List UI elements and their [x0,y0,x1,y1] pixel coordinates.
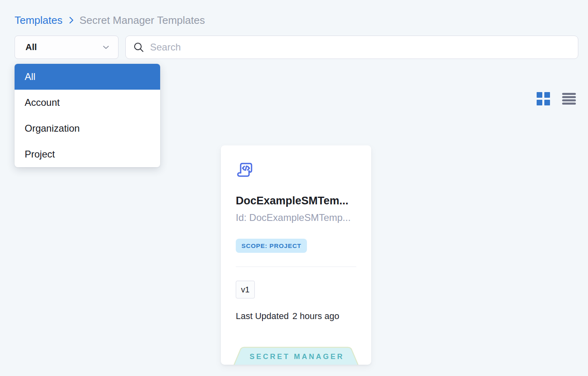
template-card[interactable]: DocExampleSMTem... Id: DocExampleSMTemp.… [221,145,371,365]
scope-option-account[interactable]: Account [15,90,160,116]
grid-view-icon[interactable] [537,92,550,105]
scope-badge: SCOPE: PROJECT [236,239,307,253]
scope-filter-selected-value: All [25,42,37,53]
template-id: Id: DocExampleSMTemp... [236,212,359,223]
template-name: DocExampleSMTem... [236,195,359,207]
view-toggle-group [537,92,576,105]
search-input[interactable] [150,42,571,53]
scope-option-project[interactable]: Project [15,141,160,167]
template-type-label: SECRET MANAGER [232,348,360,365]
last-updated-label: Last Updated [236,311,289,321]
secret-manager-templates-page: Templates Secret Manager Templates All A… [0,0,588,376]
last-updated-value: 2 hours ago [292,311,339,321]
template-script-icon [236,162,256,180]
search-icon [133,42,144,53]
scope-filter-dropdown[interactable]: All [15,36,118,59]
scope-option-all[interactable]: All [15,64,160,90]
template-type-ribbon: SECRET MANAGER [232,347,360,365]
list-view-icon[interactable] [562,92,576,105]
version-chip: v1 [236,281,255,298]
page-title: Secret Manager Templates [80,14,205,27]
chevron-right-icon [68,16,75,25]
card-divider [236,267,356,267]
scope-option-organization[interactable]: Organization [15,116,160,141]
breadcrumb-templates-link[interactable]: Templates [15,14,63,27]
last-updated: Last Updated 2 hours ago [236,311,339,321]
chevron-down-icon [102,43,110,51]
search-bar [125,36,578,59]
breadcrumb: Templates Secret Manager Templates [15,14,205,27]
scope-filter-menu: All Account Organization Project [15,64,160,167]
